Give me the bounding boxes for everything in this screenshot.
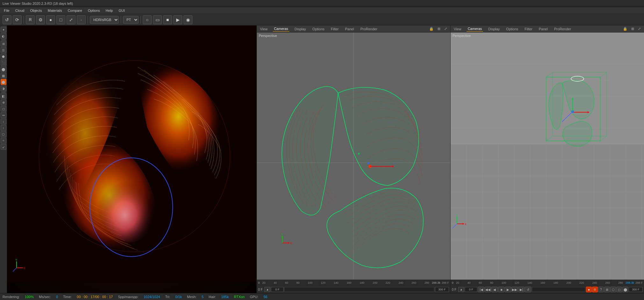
- timeline-controls-2: 0 F |◀ ◀◀ ◀ ■ ▶ ▶▶ ▶| ↺: [451, 286, 644, 293]
- tab-prorender-1[interactable]: ProRender: [359, 26, 379, 32]
- wireframe-vp-content[interactable]: X Y: [257, 33, 450, 293]
- play-start[interactable]: |◀: [478, 287, 484, 292]
- vp-icons-2: 🔒 ⊞ ⤢: [622, 26, 642, 32]
- tool-r[interactable]: R: [26, 15, 35, 24]
- tool-loop[interactable]: ⟳: [13, 15, 22, 24]
- vtool-6[interactable]: ⬟: [1, 54, 6, 59]
- timeline-track-2[interactable]: [532, 287, 585, 292]
- vtool-9[interactable]: ▦: [1, 73, 6, 78]
- record-btn5[interactable]: ⬡: [610, 287, 616, 292]
- time-label: Time:: [63, 295, 72, 299]
- color-profile-dropdown[interactable]: HDR/sRGB sRGB Linear: [90, 16, 119, 24]
- vtool-5[interactable]: ☰: [1, 47, 6, 53]
- menu-gui[interactable]: GUI: [116, 8, 127, 13]
- tool-stop[interactable]: ■: [163, 15, 172, 24]
- menu-materials[interactable]: Materials: [45, 8, 65, 13]
- tool-play[interactable]: ▶: [173, 15, 182, 24]
- record-btn[interactable]: ●: [586, 287, 592, 292]
- vtool-16[interactable]: ⇔: [1, 112, 6, 118]
- frame-end-input-1[interactable]: [435, 287, 449, 292]
- vtool-21[interactable]: ↙: [1, 144, 6, 150]
- tool-circle2[interactable]: ◉: [184, 15, 192, 24]
- vp2-icon-grid[interactable]: ⊞: [630, 26, 635, 32]
- vtool-7[interactable]: ⬛: [1, 60, 6, 66]
- vp-icon-lock[interactable]: 🔒: [428, 26, 435, 32]
- vtool-20[interactable]: ⌗: [1, 138, 6, 143]
- ms-label: Ms/sec:: [39, 295, 51, 299]
- frame-input-2[interactable]: [465, 287, 477, 292]
- vtool-12[interactable]: [1, 92, 6, 92]
- record-btn6[interactable]: ◻: [616, 287, 622, 292]
- tab-display-2[interactable]: Display: [487, 26, 501, 32]
- tool-square[interactable]: □: [56, 15, 65, 24]
- vp2-icon-lock[interactable]: 🔒: [622, 26, 629, 32]
- tool-rotate[interactable]: ↺: [3, 15, 11, 24]
- svg-point-19: [367, 162, 369, 164]
- record-btn2[interactable]: ⊙: [592, 287, 598, 292]
- vtool-10[interactable]: ⬤: [1, 79, 6, 85]
- vtool-4[interactable]: ⊞: [1, 41, 6, 47]
- play-prev[interactable]: ◀◀: [485, 287, 491, 292]
- record-btn7[interactable]: ⬤: [622, 287, 628, 292]
- tool-gear[interactable]: ⚙: [36, 15, 45, 24]
- frame-input-1[interactable]: [271, 287, 284, 292]
- tab-filter-1[interactable]: Filter: [329, 26, 340, 32]
- menu-help[interactable]: Help: [103, 8, 116, 13]
- vtool-11[interactable]: ◑: [1, 85, 6, 91]
- tab-options-2[interactable]: Options: [505, 26, 519, 32]
- play-end[interactable]: ▶|: [518, 287, 525, 292]
- play-loop[interactable]: ↺: [525, 287, 531, 292]
- vtool-2[interactable]: ◐: [1, 33, 6, 39]
- play-next[interactable]: ▶▶: [511, 287, 518, 292]
- tool-circle[interactable]: ○: [143, 15, 152, 24]
- tab-cameras-2[interactable]: Cameras: [467, 26, 483, 32]
- scene-vp-content[interactable]: X Y Perspective Grid Spacing : 1000 cm 0…: [451, 33, 644, 293]
- menu-file[interactable]: File: [1, 8, 12, 13]
- tab-display-1[interactable]: Display: [293, 26, 307, 32]
- tool-rect[interactable]: ▭: [153, 15, 162, 24]
- tab-cameras-1[interactable]: Cameras: [273, 26, 290, 32]
- vtool-13[interactable]: ◧: [1, 93, 6, 99]
- render-mode-dropdown[interactable]: PT DL: [123, 16, 139, 24]
- vtool-3[interactable]: [1, 40, 6, 40]
- vp-icons-1: 🔒 ⊞ ⤢: [428, 26, 448, 32]
- frame-up-btn-2[interactable]: [458, 287, 464, 292]
- tool-dot[interactable]: ·: [77, 15, 86, 24]
- vtool-8[interactable]: ⬤: [1, 66, 6, 72]
- tool-sphere[interactable]: ●: [46, 15, 55, 24]
- frame-up-btn[interactable]: [264, 287, 270, 292]
- vtool-1[interactable]: ✦: [1, 27, 6, 33]
- tab-options-1[interactable]: Options: [311, 26, 326, 32]
- vp-icon-arrows[interactable]: ⤢: [443, 26, 448, 32]
- sep1: [24, 16, 24, 24]
- tool-arrows[interactable]: ⤢: [67, 15, 76, 24]
- vtool-14[interactable]: ⊕: [1, 99, 6, 105]
- tab-filter-2[interactable]: Filter: [523, 26, 533, 32]
- menu-options[interactable]: Options: [85, 8, 103, 13]
- sep4: [141, 16, 141, 24]
- menu-cloud[interactable]: Cloud: [13, 8, 27, 13]
- tab-view-2[interactable]: View: [452, 26, 463, 32]
- vp-icon-grid[interactable]: ⊞: [436, 26, 442, 32]
- tri-label: Tri:: [165, 295, 170, 299]
- vtool-17[interactable]: ↕: [1, 119, 6, 124]
- vtool-18[interactable]: ↕: [1, 125, 6, 131]
- frame-end-input-2[interactable]: [629, 287, 643, 292]
- tab-panel-1[interactable]: Panel: [344, 26, 355, 32]
- play-back[interactable]: ◀: [491, 287, 498, 292]
- play-stop[interactable]: ■: [498, 287, 504, 292]
- timeline-track-1[interactable]: [284, 287, 434, 292]
- menu-compare[interactable]: Compare: [65, 8, 84, 13]
- tab-panel-2[interactable]: Panel: [538, 26, 549, 32]
- tab-prorender-2[interactable]: ProRender: [553, 26, 572, 32]
- play-fwd[interactable]: ▶: [505, 287, 511, 292]
- tab-view-1[interactable]: View: [259, 26, 269, 32]
- record-btn3[interactable]: ?: [598, 287, 604, 292]
- record-btn4[interactable]: ⊞: [604, 287, 610, 292]
- render-viewport[interactable]: X Y: [7, 26, 257, 293]
- vp2-icon-arrows[interactable]: ⤢: [637, 26, 642, 32]
- vtool-15[interactable]: ◻: [1, 106, 6, 112]
- vtool-19[interactable]: ⬡: [1, 131, 6, 137]
- menu-objects[interactable]: Objects: [27, 8, 44, 13]
- scene-viewport-header: View Cameras Display Options Filter Pane…: [451, 26, 644, 33]
